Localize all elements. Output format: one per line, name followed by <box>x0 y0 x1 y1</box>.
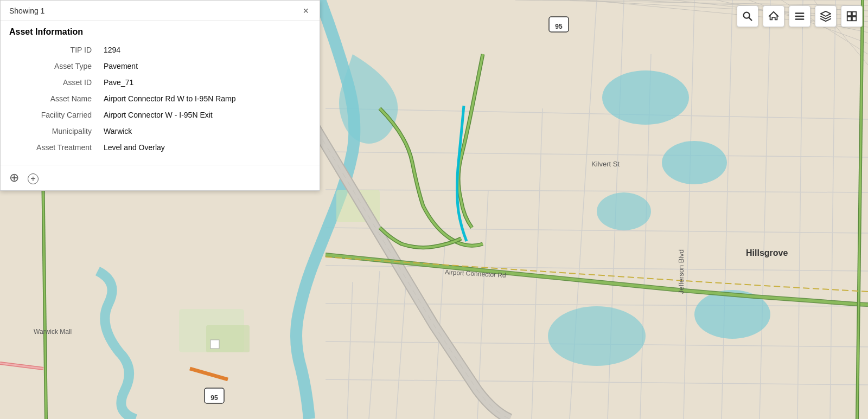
svg-point-33 <box>602 70 689 125</box>
field-value: Pavement <box>98 59 310 74</box>
close-button[interactable]: × <box>301 6 311 16</box>
svg-rect-59 <box>847 12 851 16</box>
table-row: Municipality Warwick <box>10 124 310 139</box>
field-value: Level and Overlay <box>98 140 310 155</box>
move-icon[interactable]: ⊕ <box>9 171 19 185</box>
field-value: Airport Connector W - I-95N Exit <box>98 107 310 123</box>
svg-text:95: 95 <box>555 23 563 30</box>
svg-rect-62 <box>852 17 856 21</box>
field-label: Asset Name <box>10 91 97 106</box>
panel-showing: Showing 1 <box>9 7 44 15</box>
field-value: Pave_71 <box>98 75 310 90</box>
svg-line-54 <box>749 17 751 20</box>
field-label: Municipality <box>10 124 97 139</box>
layers-button[interactable] <box>815 5 837 27</box>
field-label: TIP ID <box>10 42 97 57</box>
info-panel: Showing 1 × Asset Information TIP ID 129… <box>0 0 320 191</box>
grid-button[interactable] <box>841 5 863 27</box>
svg-rect-61 <box>847 17 851 21</box>
field-value: Warwick <box>98 124 310 139</box>
table-row: TIP ID 1294 <box>10 42 310 57</box>
field-value: Airport Connector Rd W to I-95N Ramp <box>98 91 310 106</box>
field-value: 1294 <box>98 42 310 57</box>
list-button[interactable] <box>789 5 810 27</box>
home-button[interactable] <box>763 5 784 27</box>
svg-rect-60 <box>852 12 856 16</box>
table-row: Asset Treatment Level and Overlay <box>10 140 310 155</box>
svg-marker-58 <box>821 11 831 16</box>
table-row: Asset Name Airport Connector Rd W to I-9… <box>10 91 310 106</box>
table-row: Asset Type Pavement <box>10 59 310 74</box>
field-label: Asset ID <box>10 75 97 90</box>
panel-title: Asset Information <box>1 21 320 41</box>
field-label: Facility Carried <box>10 107 97 123</box>
svg-rect-49 <box>210 340 219 349</box>
svg-point-34 <box>662 141 727 184</box>
toolbar <box>737 5 863 27</box>
table-row: Asset ID Pave_71 <box>10 75 310 90</box>
svg-text:95: 95 <box>210 394 218 402</box>
field-label: Asset Treatment <box>10 140 97 155</box>
panel-header: Showing 1 × <box>1 1 320 21</box>
search-button[interactable] <box>737 5 758 27</box>
panel-footer: ⊕ + <box>1 165 320 190</box>
table-row: Facility Carried Airport Connector W - I… <box>10 107 310 123</box>
field-label: Asset Type <box>10 59 97 74</box>
panel-fields: TIP ID 1294 Asset Type Pavement Asset ID… <box>1 41 320 165</box>
svg-point-35 <box>597 192 651 230</box>
zoom-icon[interactable]: + <box>28 171 39 185</box>
svg-point-37 <box>548 306 646 366</box>
